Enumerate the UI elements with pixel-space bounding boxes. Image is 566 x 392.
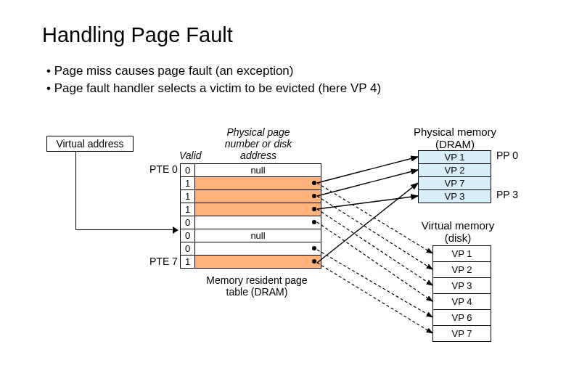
addr-cell: null [195,164,321,177]
slide-title: Handling Page Fault [42,23,233,47]
physical-memory: VP 1 VP 2 VP 7 VP 3 [418,150,491,203]
valid-cell: 0 [181,216,195,229]
pointer-dot-icon [312,220,316,224]
va-pointer-line [75,152,76,230]
virtual-memory-disk: VP 1 VP 2 VP 3 VP 4 VP 6 VP 7 [432,245,491,342]
page-table: 0null 1 1 1 0 0null 0 1 [180,163,321,269]
physical-memory-header: Physical memory (DRAM) [408,126,502,150]
page-table-caption: Memory resident page table (DRAM) [206,274,308,298]
pm-row: VP 1 [419,151,491,164]
pp0-label: PP 0 [496,150,518,161]
vm-row: VP 7 [433,326,491,342]
pm-row: VP 2 [419,164,491,177]
vm-row: VP 1 [433,246,491,262]
valid-cell: 0 [181,164,195,177]
svg-line-5 [317,196,432,269]
bullet-item: Page miss causes page fault (an exceptio… [46,62,381,80]
vm-row: VP 6 [433,310,491,326]
svg-line-6 [317,209,432,285]
svg-line-0 [317,157,418,183]
pte7-label: PTE 7 [149,256,178,267]
valid-cell: 1 [181,177,195,190]
valid-header: Valid [179,150,202,161]
valid-cell: 0 [181,229,195,242]
addr-cell [195,177,321,190]
addr-cell [195,242,321,256]
vm-row: VP 3 [433,278,491,294]
pte0-label: PTE 0 [149,163,178,175]
bullet-item: Page fault handler selects a victim to b… [46,80,381,97]
valid-cell: 0 [181,242,195,256]
svg-line-8 [317,250,432,317]
pointer-dot-icon [312,207,316,211]
arrow-icon [173,226,179,234]
pm-row: VP 7 [419,177,491,190]
bullet-list: Page miss causes page fault (an exceptio… [46,62,381,97]
svg-line-9 [317,263,432,333]
svg-line-4 [317,183,432,253]
svg-line-2 [317,183,418,263]
valid-cell: 1 [181,203,195,216]
pm-row: VP 3 [419,190,491,203]
addr-cell [195,190,321,203]
vm-row: VP 2 [433,262,491,278]
vm-row: VP 4 [433,294,491,310]
virtual-address-box: Virtual address [46,136,134,152]
valid-cell: 1 [181,190,195,203]
pointer-dot-icon [312,246,316,250]
addr-cell: null [195,229,321,242]
valid-cell: 1 [181,256,195,269]
svg-line-7 [317,222,432,301]
pointer-dot-icon [312,259,316,264]
va-pointer-line [75,229,176,230]
addr-cell [195,216,321,229]
pointer-dot-icon [312,181,316,185]
pp3-label: PP 3 [496,189,518,200]
addr-cell [195,256,321,269]
addr-header: Physical page number or disk address [212,126,305,161]
virtual-memory-header: Virtual memory (disk) [418,220,498,244]
pointer-dot-icon [312,194,316,198]
addr-cell [195,203,321,216]
svg-line-1 [317,170,418,196]
svg-line-3 [317,196,418,209]
